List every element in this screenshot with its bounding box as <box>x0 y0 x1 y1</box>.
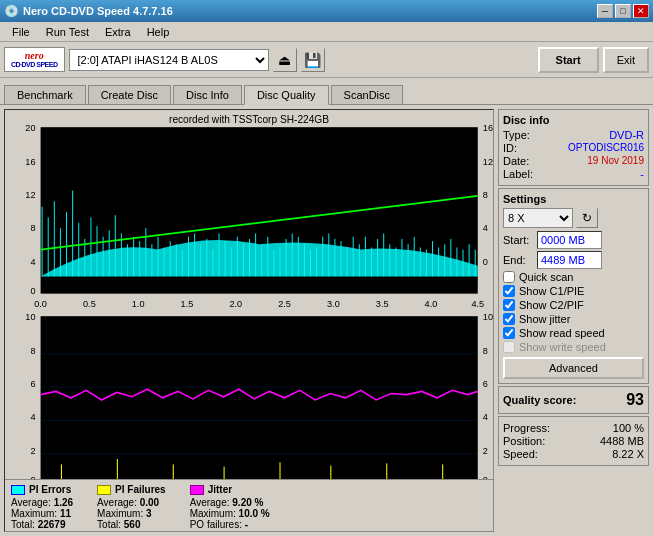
eject-icon[interactable]: ⏏ <box>273 48 297 72</box>
svg-text:2.0: 2.0 <box>229 297 242 308</box>
end-label: End: <box>503 254 533 266</box>
svg-text:4.0: 4.0 <box>425 297 438 308</box>
svg-text:1.0: 1.0 <box>132 297 145 308</box>
svg-rect-60 <box>328 234 329 277</box>
speed-refresh-icon[interactable]: ↻ <box>576 208 598 228</box>
start-mb-input[interactable] <box>537 231 602 249</box>
advanced-button[interactable]: Advanced <box>503 357 644 379</box>
disc-date-label: Date: <box>503 155 529 167</box>
svg-rect-39 <box>200 244 201 276</box>
minimize-button[interactable]: ─ <box>597 4 613 18</box>
close-button[interactable]: ✕ <box>633 4 649 18</box>
svg-rect-79 <box>444 244 445 276</box>
save-icon[interactable]: 💾 <box>301 48 325 72</box>
svg-rect-73 <box>408 244 409 276</box>
tab-disc-quality[interactable]: Disc Quality <box>244 85 329 105</box>
svg-text:10: 10 <box>25 311 35 322</box>
svg-rect-76 <box>426 250 427 277</box>
svg-text:20: 20 <box>25 122 35 133</box>
svg-rect-22 <box>97 226 98 276</box>
disc-id-val: OPTODISCR016 <box>568 142 644 154</box>
svg-text:3.5: 3.5 <box>376 297 389 308</box>
start-mb-row: Start: <box>503 231 644 249</box>
maximize-button[interactable]: □ <box>615 4 631 18</box>
progress-val: 100 % <box>613 422 644 434</box>
svg-rect-65 <box>359 244 360 276</box>
svg-rect-47 <box>249 239 250 277</box>
show-c1-pie-checkbox[interactable] <box>503 285 515 297</box>
svg-rect-36 <box>182 250 183 277</box>
jitter-avg: Average: 9.20 % <box>190 497 270 508</box>
tab-disc-info[interactable]: Disc Info <box>173 85 242 104</box>
quality-score-val: 93 <box>626 391 644 409</box>
svg-text:10: 10 <box>483 311 493 322</box>
svg-rect-59 <box>322 237 323 277</box>
tab-bar: Benchmark Create Disc Disc Info Disc Qua… <box>0 78 653 104</box>
show-jitter-checkbox[interactable] <box>503 313 515 325</box>
svg-rect-28 <box>133 237 134 277</box>
legend-jitter: Jitter Average: 9.20 % Maximum: 10.0 % P… <box>190 484 270 530</box>
svg-text:4: 4 <box>30 255 35 266</box>
tab-scan-disc[interactable]: ScanDisc <box>331 85 403 104</box>
legend-pi-errors: PI Errors Average: 1.26 Maximum: 11 Tota… <box>11 484 73 530</box>
quick-scan-label: Quick scan <box>519 271 573 283</box>
show-c2-pif-row: Show C2/PIF <box>503 299 644 311</box>
svg-text:8: 8 <box>30 222 35 233</box>
quick-scan-checkbox[interactable] <box>503 271 515 283</box>
show-read-speed-label: Show read speed <box>519 327 605 339</box>
menu-extra[interactable]: Extra <box>97 24 139 40</box>
svg-text:4: 4 <box>483 411 488 422</box>
svg-rect-15 <box>54 201 55 276</box>
show-c2-pif-checkbox[interactable] <box>503 299 515 311</box>
quality-row: Quality score: 93 <box>503 391 644 409</box>
svg-rect-75 <box>420 247 421 276</box>
jitter-color <box>190 485 204 495</box>
menu-file[interactable]: File <box>4 24 38 40</box>
position-label: Position: <box>503 435 545 447</box>
svg-rect-17 <box>66 212 67 276</box>
speed-label: Speed: <box>503 448 538 460</box>
svg-rect-113 <box>280 462 281 480</box>
main-chart: recorded with TSSTcorp SH-224GB 20 16 12… <box>5 110 493 531</box>
svg-rect-83 <box>469 244 470 276</box>
pi-failures-max: Maximum: 3 <box>97 508 166 519</box>
disc-info-title: Disc info <box>503 114 644 126</box>
show-c1-pie-label: Show C1/PIE <box>519 285 584 297</box>
svg-text:16: 16 <box>25 156 35 167</box>
svg-rect-42 <box>219 234 220 277</box>
svg-rect-84 <box>475 250 476 277</box>
svg-rect-45 <box>237 237 238 277</box>
speed-select[interactable]: 8 X <box>503 208 573 228</box>
svg-rect-69 <box>383 234 384 277</box>
right-panel: Disc info Type: DVD-R ID: OPTODISCR016 D… <box>498 105 653 536</box>
show-read-speed-checkbox[interactable] <box>503 327 515 339</box>
svg-rect-14 <box>48 217 49 276</box>
start-button[interactable]: Start <box>538 47 599 73</box>
end-mb-input[interactable] <box>537 251 602 269</box>
svg-text:0.5: 0.5 <box>83 297 96 308</box>
legend-pi-failures: PI Failures Average: 0.00 Maximum: 3 Tot… <box>97 484 166 530</box>
svg-rect-81 <box>456 247 457 276</box>
svg-rect-67 <box>371 247 372 276</box>
tab-create-disc[interactable]: Create Disc <box>88 85 171 104</box>
menu-run-test[interactable]: Run Test <box>38 24 97 40</box>
exit-button[interactable]: Exit <box>603 47 649 73</box>
progress-row: Progress: 100 % <box>503 422 644 434</box>
svg-rect-32 <box>158 237 159 277</box>
tab-benchmark[interactable]: Benchmark <box>4 85 86 104</box>
svg-rect-35 <box>176 244 177 276</box>
svg-text:8: 8 <box>30 345 35 356</box>
progress-label: Progress: <box>503 422 550 434</box>
svg-rect-64 <box>353 237 354 277</box>
progress-section: Progress: 100 % Position: 4488 MB Speed:… <box>498 416 649 466</box>
chart-legend: PI Errors Average: 1.26 Maximum: 11 Tota… <box>5 479 493 531</box>
menu-help[interactable]: Help <box>139 24 178 40</box>
svg-text:16: 16 <box>483 122 493 133</box>
quality-score-label: Quality score: <box>503 394 576 406</box>
svg-rect-29 <box>139 241 140 276</box>
svg-text:12: 12 <box>483 156 493 167</box>
show-write-speed-label: Show write speed <box>519 341 606 353</box>
position-val: 4488 MB <box>600 435 644 447</box>
svg-rect-74 <box>414 237 415 277</box>
drive-select[interactable]: [2:0] ATAPI iHAS124 B AL0S <box>69 49 269 71</box>
